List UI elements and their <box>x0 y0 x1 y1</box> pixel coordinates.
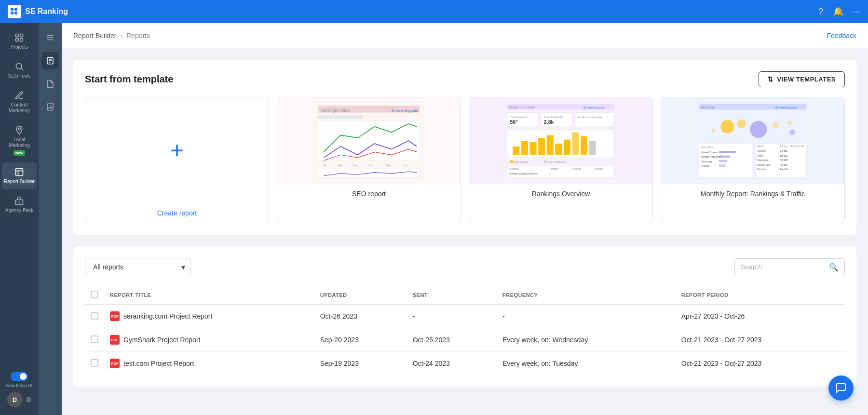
help-icon[interactable]: ? <box>818 7 823 17</box>
monthly-thumbnail: Audience @ seranking.com <box>661 97 844 184</box>
row2-title[interactable]: GymShark Project Report <box>123 336 201 344</box>
filter-dropdown-wrapper: All reports My reports Shared reports ▾ <box>85 258 191 276</box>
svg-point-77 <box>772 122 779 129</box>
svg-text:2.8k: 2.8k <box>544 119 554 125</box>
svg-rect-60 <box>544 161 547 163</box>
svg-rect-0 <box>11 8 14 11</box>
breadcrumb: Report Builder › Reports <box>73 32 150 40</box>
col-sent: SENT <box>407 286 497 305</box>
chat-button[interactable] <box>828 375 854 401</box>
sidebar-item-projects[interactable]: Projects <box>2 28 37 55</box>
secondary-report-icon[interactable] <box>41 52 59 69</box>
row2-frequency: Every week, on: Wednesday <box>497 328 676 352</box>
row2-checkbox[interactable] <box>91 335 98 343</box>
reports-controls: All reports My reports Shared reports ▾ … <box>85 258 845 276</box>
svg-rect-4 <box>16 34 19 37</box>
row2-title-cell: PDF GymShark Project Report <box>104 328 314 352</box>
row3-title-cell: PDF test.com Project Report <box>104 352 314 375</box>
svg-text:Volume: Volume <box>595 167 603 170</box>
template-card-create[interactable]: + Create report <box>85 97 269 223</box>
search-input[interactable] <box>741 263 825 271</box>
svg-text:Audience Overview: Audience Overview <box>578 116 602 119</box>
sidebar: Projects SEO Tools Content Marketing Loc… <box>0 23 39 415</box>
row1-checkbox-cell <box>85 305 104 328</box>
svg-text:Bounce Rate: Bounce Rate <box>757 164 770 166</box>
user-initial: D <box>13 396 17 403</box>
row3-title[interactable]: test.com Project Report <box>123 360 194 367</box>
sidebar-item-projects-label: Projects <box>11 44 28 50</box>
template-card-seo[interactable]: Rankings Charts @ seranking.com Jan <box>277 97 461 223</box>
template-card-rankings[interactable]: Project Summary @ seranking.com Top Keyw… <box>469 97 653 223</box>
svg-point-78 <box>787 120 791 125</box>
user-avatar[interactable]: D <box>7 392 23 407</box>
row1-frequency: - <box>497 305 676 328</box>
search-icon[interactable]: 🔍 <box>829 263 839 272</box>
breadcrumb-parent[interactable]: Report Builder <box>73 32 117 40</box>
secondary-analytics-icon[interactable] <box>41 98 59 116</box>
new-menu-toggle[interactable]: New Menu UI <box>6 372 33 388</box>
sidebar-item-content-marketing[interactable]: Content Marketing <box>2 86 37 119</box>
template-section: Start from template ⇅ VIEW TEMPLATES + C… <box>73 60 856 235</box>
topbar-actions: ? 🔔 ··· <box>818 6 860 17</box>
svg-point-74 <box>720 120 734 134</box>
row3-checkbox[interactable] <box>91 359 98 367</box>
bell-icon[interactable]: 🔔 <box>833 6 843 17</box>
filter-dropdown[interactable]: All reports My reports Shared reports <box>85 258 191 276</box>
row3-checkbox-cell <box>85 352 104 375</box>
sidebar-item-local-marketing[interactable]: Local Marketing New <box>2 120 37 161</box>
svg-text:42.3%: 42.3% <box>780 163 787 166</box>
svg-text:Diff: Diff <box>801 145 805 147</box>
svg-text:2m 14s: 2m 14s <box>780 168 788 171</box>
svg-text:18,320: 18,320 <box>780 154 787 157</box>
svg-rect-90 <box>719 164 726 167</box>
settings-icon[interactable]: ⚙ <box>26 396 32 403</box>
plus-icon: + <box>170 139 184 162</box>
svg-text:United Kingdom: United Kingdom <box>701 155 721 158</box>
svg-text:Germany: Germany <box>701 160 712 163</box>
svg-rect-11 <box>16 169 23 176</box>
svg-text:example keyword phrase...: example keyword phrase... <box>509 172 539 175</box>
app-name: SE Ranking <box>25 7 68 16</box>
svg-text:Non-Google: Non-Google <box>515 161 528 163</box>
svg-text:Jun: Jun <box>403 164 407 167</box>
table-row: PDF GymShark Project Report Sep-20 2023 … <box>85 328 845 352</box>
secondary-menu-icon[interactable] <box>41 29 59 46</box>
sidebar-bottom: New Menu UI D ⚙ <box>6 372 33 411</box>
menu-toggle-switch[interactable] <box>11 372 28 381</box>
topbar: SE Ranking ? 🔔 ··· <box>0 0 868 23</box>
feedback-link[interactable]: Feedback <box>827 32 856 40</box>
reports-section: All reports My reports Shared reports ▾ … <box>73 246 856 387</box>
svg-rect-26 <box>318 115 364 119</box>
svg-rect-27 <box>318 121 420 161</box>
row2-sent: Oct-25 2023 <box>407 328 497 352</box>
svg-text:Feb: Feb <box>338 164 343 167</box>
template-cards: + Create report Rankings Charts @ serank… <box>85 97 845 223</box>
row1-title[interactable]: seranking.com Project Report <box>123 312 212 320</box>
svg-point-8 <box>16 63 22 69</box>
svg-rect-1 <box>14 8 17 11</box>
sidebar-item-report-builder[interactable]: Report Builder <box>2 162 37 189</box>
svg-text:France: France <box>701 164 709 167</box>
table-header: REPORT TITLE UPDATED SENT FREQUENCY REPO… <box>85 286 845 305</box>
row1-checkbox[interactable] <box>91 312 98 320</box>
svg-text:Rankings Charts: Rankings Charts <box>320 108 350 113</box>
more-icon[interactable]: ··· <box>853 7 860 17</box>
secondary-doc-icon[interactable] <box>41 75 59 93</box>
svg-rect-52 <box>547 135 554 155</box>
sidebar-item-agency-pack[interactable]: Agency Pack <box>2 191 37 218</box>
col-period: REPORT PERIOD <box>676 286 845 305</box>
view-templates-button[interactable]: ⇅ VIEW TEMPLATES <box>759 71 845 87</box>
app-logo[interactable]: SE Ranking <box>8 5 68 18</box>
sidebar-item-seo-tools[interactable]: SEO Tools <box>2 57 37 84</box>
row3-updated: Sep-19 2023 <box>314 352 407 375</box>
svg-text:United States: United States <box>701 151 718 154</box>
svg-rect-55 <box>572 132 579 155</box>
svg-rect-6 <box>16 39 19 41</box>
sidebar-item-content-label: Content Marketing <box>4 102 35 114</box>
new-menu-label: New Menu UI <box>6 383 33 388</box>
select-all-checkbox[interactable] <box>91 291 98 298</box>
pdf-icon: PDF <box>110 359 120 368</box>
template-card-monthly[interactable]: Audience @ seranking.com <box>661 97 845 223</box>
svg-text:Top Keywords: Top Keywords <box>510 116 528 119</box>
svg-rect-56 <box>581 136 587 155</box>
